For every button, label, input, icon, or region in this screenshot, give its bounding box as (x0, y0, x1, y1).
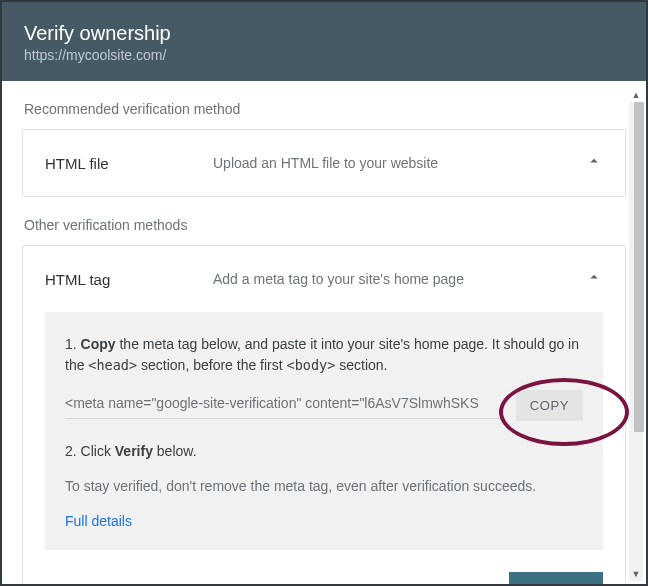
scroll-down-icon[interactable]: ▼ (629, 567, 643, 581)
html-tag-card: HTML tag Add a meta tag to your site's h… (22, 245, 626, 586)
step-2-text: 2. Click Verify below. (65, 441, 583, 462)
verification-note: To stay verified, don't remove the meta … (65, 476, 583, 497)
site-url: https://mycoolsite.com/ (24, 47, 624, 63)
recommended-label: Recommended verification method (24, 101, 624, 117)
chevron-up-icon (585, 152, 603, 174)
meta-tag-row: <meta name="google-site-verification" co… (65, 390, 583, 421)
scrollbar-thumb[interactable] (634, 102, 644, 432)
page-title: Verify ownership (24, 22, 624, 45)
chevron-up-icon (585, 268, 603, 290)
content-area: Recommended verification method HTML fil… (2, 101, 646, 586)
dialog-header: Verify ownership https://mycoolsite.com/ (2, 2, 646, 81)
html-tag-header[interactable]: HTML tag Add a meta tag to your site's h… (23, 246, 625, 312)
html-file-desc: Upload an HTML file to your website (213, 155, 585, 171)
other-methods-label: Other verification methods (24, 217, 624, 233)
html-tag-body: 1. Copy the meta tag below, and paste it… (45, 312, 603, 550)
html-tag-title: HTML tag (45, 271, 213, 288)
meta-tag-text[interactable]: <meta name="google-site-verification" co… (65, 393, 506, 419)
copy-button[interactable]: COPY (516, 390, 583, 421)
html-file-card: HTML file Upload an HTML file to your we… (22, 129, 626, 197)
verify-row: VERIFY (23, 572, 625, 586)
step-1-text: 1. Copy the meta tag below, and paste it… (65, 334, 583, 376)
full-details-link[interactable]: Full details (65, 511, 583, 532)
html-file-header[interactable]: HTML file Upload an HTML file to your we… (23, 130, 625, 196)
scroll-up-icon[interactable]: ▲ (629, 88, 643, 102)
verify-button[interactable]: VERIFY (509, 572, 603, 586)
html-file-title: HTML file (45, 155, 213, 172)
html-tag-desc: Add a meta tag to your site's home page (213, 271, 585, 287)
